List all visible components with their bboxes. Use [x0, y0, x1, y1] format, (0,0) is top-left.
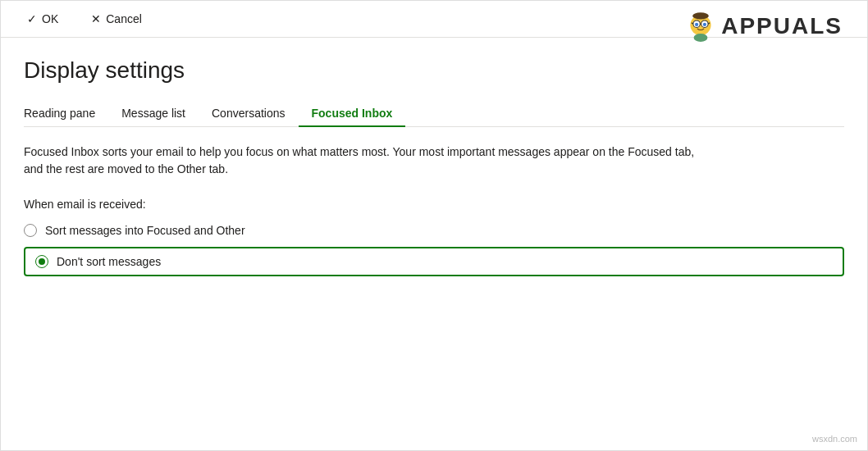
tab-message-list[interactable]: Message list — [108, 100, 199, 126]
logo-text: APPUALS — [721, 13, 843, 39]
svg-point-4 — [695, 23, 698, 26]
sort-messages-option[interactable]: Sort messages into Focused and Other — [24, 224, 844, 237]
radio-options-container: Sort messages into Focused and Other Don… — [24, 224, 844, 276]
dont-sort-messages-option[interactable]: Don't sort messages — [24, 247, 844, 276]
ok-label: OK — [42, 12, 58, 25]
tab-conversations[interactable]: Conversations — [199, 100, 299, 126]
cancel-button[interactable]: ✕ Cancel — [85, 9, 148, 29]
check-icon: ✓ — [27, 12, 37, 25]
page-title: Display settings — [24, 57, 844, 84]
when-received-label: When email is received: — [24, 198, 844, 211]
focused-inbox-description: Focused Inbox sorts your email to help y… — [24, 144, 697, 178]
cancel-x-icon: ✕ — [91, 12, 101, 25]
ok-button[interactable]: ✓ OK — [21, 9, 65, 29]
tabs-container: Reading pane Message list Conversations … — [24, 100, 844, 127]
cancel-label: Cancel — [106, 12, 142, 25]
appuals-mascot-icon — [683, 9, 718, 43]
dont-sort-messages-radio[interactable] — [35, 255, 48, 268]
sort-messages-label: Sort messages into Focused and Other — [45, 224, 245, 237]
svg-point-5 — [703, 23, 706, 26]
dont-sort-messages-label: Don't sort messages — [57, 255, 161, 268]
sort-messages-radio[interactable] — [24, 224, 37, 237]
svg-point-9 — [694, 34, 708, 42]
watermark: wsxdn.com — [812, 434, 857, 444]
main-content: Display settings Reading pane Message li… — [1, 38, 867, 296]
tab-reading-pane[interactable]: Reading pane — [24, 100, 108, 126]
tab-focused-inbox[interactable]: Focused Inbox — [299, 100, 406, 126]
logo-area: APPUALS — [683, 9, 843, 43]
svg-point-1 — [692, 12, 709, 19]
